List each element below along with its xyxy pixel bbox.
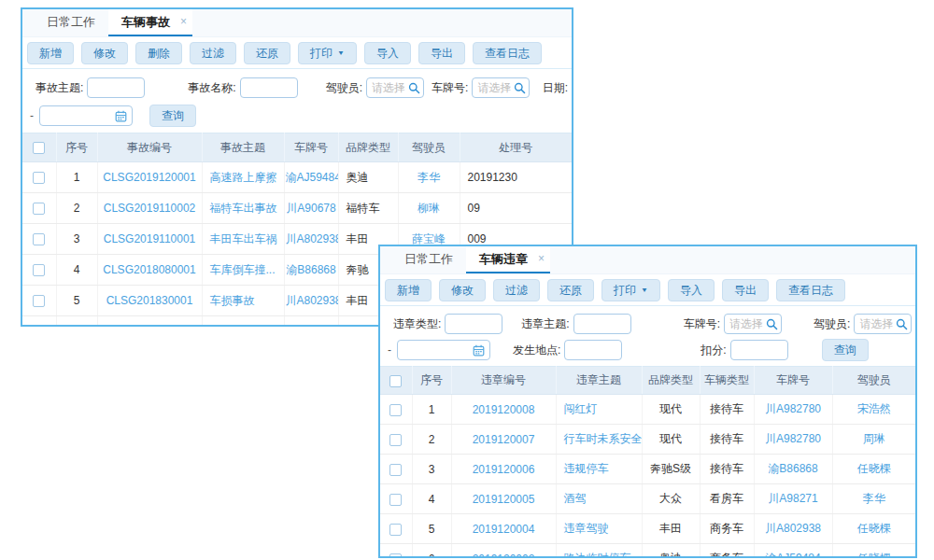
- filter-button[interactable]: 过滤: [493, 279, 540, 301]
- calendar-icon[interactable]: [115, 110, 127, 122]
- print-button[interactable]: 打印▼: [601, 279, 660, 301]
- row-checkbox[interactable]: [389, 553, 402, 558]
- search-icon[interactable]: [408, 82, 420, 94]
- search-icon[interactable]: [766, 318, 778, 330]
- cell-link[interactable]: 李华: [417, 171, 440, 184]
- violation-subject-input[interactable]: [573, 314, 631, 334]
- query-button[interactable]: 查询: [149, 105, 196, 127]
- cell-link[interactable]: 丰田车出车祸: [210, 232, 277, 245]
- driver-picker[interactable]: 请选择: [854, 314, 912, 334]
- tab-daily-work[interactable]: 日常工作: [34, 9, 108, 36]
- search-icon[interactable]: [896, 318, 908, 330]
- date-end-datebox[interactable]: [397, 340, 490, 360]
- row-checkbox[interactable]: [389, 464, 402, 476]
- cell-link[interactable]: 渝AJ59484: [286, 325, 339, 328]
- date-end-input[interactable]: [45, 108, 115, 123]
- cell-link[interactable]: 宋浩然: [857, 402, 891, 415]
- cell-link[interactable]: 福特车出事故: [210, 202, 277, 215]
- cell-link[interactable]: 2019120005: [473, 493, 535, 506]
- tab-close-icon[interactable]: ×: [180, 8, 187, 35]
- row-checkbox[interactable]: [33, 264, 45, 276]
- cell-link[interactable]: 川A90678: [286, 202, 335, 215]
- cell-link[interactable]: 川A98271: [768, 492, 817, 505]
- cell-link[interactable]: 川A802938: [286, 232, 339, 245]
- cell-link[interactable]: 川A802938: [765, 522, 821, 535]
- cell-link[interactable]: CLSG2019110001: [104, 232, 196, 245]
- cell-link[interactable]: 渝B86868: [286, 263, 335, 276]
- import-button[interactable]: 导入: [668, 279, 715, 301]
- date-end-datebox[interactable]: [39, 105, 133, 126]
- query-button[interactable]: 查询: [822, 339, 869, 361]
- cell-link[interactable]: 川A982780: [765, 432, 821, 445]
- row-checkbox[interactable]: [33, 203, 45, 215]
- location-input[interactable]: [564, 340, 622, 360]
- cell-link[interactable]: CLSG201820001: [106, 325, 193, 327]
- plate-no-picker[interactable]: 请选择: [724, 314, 782, 334]
- cell-link[interactable]: CLSG201830001: [106, 294, 193, 307]
- cell-link[interactable]: 闯红灯: [564, 402, 598, 415]
- cell-link[interactable]: 任晓棵: [857, 522, 891, 535]
- cell-link[interactable]: 违规停车: [564, 462, 609, 475]
- cell-link[interactable]: 违章驾驶: [564, 522, 609, 535]
- edit-button[interactable]: 修改: [439, 279, 486, 301]
- export-button[interactable]: 导出: [722, 279, 769, 301]
- cell-link[interactable]: 薛宝峰: [412, 232, 446, 245]
- date-end-input[interactable]: [403, 343, 473, 357]
- cell-link[interactable]: 渝AJ59484: [765, 552, 820, 558]
- cell-link[interactable]: 酒驾: [564, 492, 587, 505]
- restore-button[interactable]: 还原: [547, 279, 594, 301]
- cell-link[interactable]: 柳琳: [417, 202, 440, 215]
- restore-button[interactable]: 还原: [244, 42, 290, 64]
- cell-link[interactable]: CLSG2018080001: [103, 263, 195, 276]
- cell-link[interactable]: 2019120006: [473, 463, 535, 476]
- cell-link[interactable]: 2019120008: [473, 403, 535, 416]
- cell-link[interactable]: 车损事故: [210, 294, 255, 307]
- cell-link[interactable]: 高速路上摩擦: [210, 171, 277, 184]
- accident-name-input[interactable]: [240, 77, 298, 98]
- cell-link[interactable]: 周琳: [863, 432, 885, 445]
- view-log-button[interactable]: 查看日志: [776, 279, 845, 301]
- row-checkbox[interactable]: [33, 326, 45, 327]
- tab-vehicle-violation[interactable]: 车辆违章×: [466, 246, 550, 273]
- search-icon[interactable]: [514, 82, 526, 94]
- cell-link[interactable]: 川A982780: [765, 402, 821, 415]
- accident-subject-input[interactable]: [87, 77, 145, 98]
- cell-link[interactable]: 路边临时停车: [564, 552, 631, 558]
- cell-link[interactable]: 任晓棵: [857, 552, 891, 558]
- select-all-checkbox[interactable]: [33, 142, 45, 154]
- cell-link[interactable]: 川A802938: [286, 294, 339, 307]
- row-checkbox[interactable]: [389, 434, 402, 446]
- tab-daily-work[interactable]: 日常工作: [391, 246, 466, 273]
- driver-picker[interactable]: 请选择: [366, 77, 424, 98]
- cell-link[interactable]: 2019120004: [473, 523, 535, 536]
- import-button[interactable]: 导入: [364, 42, 411, 64]
- cell-link[interactable]: CLSG2019120001: [103, 171, 195, 184]
- cell-link[interactable]: 2019120007: [473, 433, 535, 446]
- row-checkbox[interactable]: [389, 494, 402, 506]
- add-button[interactable]: 新增: [27, 42, 74, 64]
- points-input[interactable]: [730, 340, 788, 360]
- cell-link[interactable]: 高速车辆事故: [210, 325, 277, 328]
- filter-button[interactable]: 过滤: [190, 42, 236, 64]
- cell-link[interactable]: 渝B86868: [768, 462, 817, 475]
- row-checkbox[interactable]: [33, 172, 45, 184]
- select-all-checkbox[interactable]: [389, 375, 402, 387]
- plate-no-picker[interactable]: 请选择: [472, 77, 530, 98]
- tab-vehicle-accident[interactable]: 车辆事故×: [108, 9, 192, 36]
- row-checkbox[interactable]: [33, 295, 45, 307]
- cell-link[interactable]: 行车时未系安全带: [564, 432, 643, 445]
- row-checkbox[interactable]: [33, 233, 45, 245]
- tab-close-icon[interactable]: ×: [538, 245, 545, 272]
- cell-link[interactable]: 渝AJ59484: [286, 171, 339, 184]
- cell-link[interactable]: 2019120002: [473, 553, 535, 559]
- cell-link[interactable]: 车库倒车撞...: [210, 263, 276, 276]
- row-checkbox[interactable]: [389, 404, 402, 416]
- calendar-icon[interactable]: [473, 344, 485, 357]
- edit-button[interactable]: 修改: [81, 42, 128, 64]
- violation-type-input[interactable]: [445, 314, 502, 334]
- view-log-button[interactable]: 查看日志: [473, 42, 542, 64]
- cell-link[interactable]: CLSG2019110002: [104, 202, 196, 215]
- cell-link[interactable]: 任晓棵: [857, 462, 891, 475]
- row-checkbox[interactable]: [389, 524, 402, 536]
- export-button[interactable]: 导出: [418, 42, 465, 64]
